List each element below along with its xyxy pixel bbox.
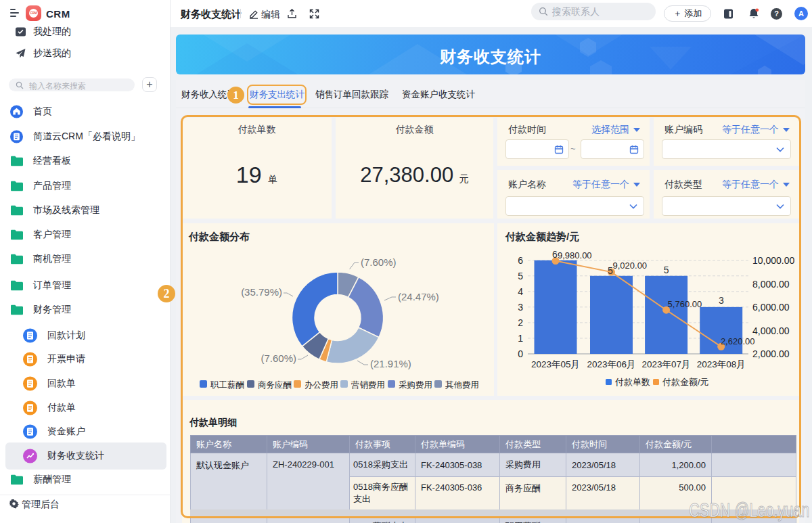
svg-text:5,760.00: 5,760.00 [668, 299, 702, 309]
svg-text:5: 5 [518, 271, 523, 281]
svg-text:2: 2 [518, 317, 523, 328]
svg-text:职工薪酬: 职工薪酬 [210, 380, 244, 390]
svg-text:采购费用: 采购费用 [399, 380, 432, 390]
svg-text:(35.79%): (35.79%) [241, 286, 282, 298]
svg-text:9,020.00: 9,020.00 [613, 260, 648, 271]
svg-text:5: 5 [664, 265, 669, 275]
svg-text:4,000.00: 4,000.00 [752, 325, 790, 336]
svg-text:付款单数: 付款单数 [614, 377, 650, 387]
svg-text:10,000.00: 10,000.00 [752, 255, 794, 266]
svg-text:9,980.00: 9,980.00 [558, 250, 592, 260]
svg-text:2,000.00: 2,000.00 [752, 348, 790, 359]
svg-text:3: 3 [518, 302, 523, 313]
svg-text:付款金额/元: 付款金额/元 [662, 377, 709, 387]
svg-text:营销费用: 营销费用 [351, 380, 385, 390]
svg-text:2023年08月: 2023年08月 [697, 359, 746, 369]
svg-text:1: 1 [518, 333, 523, 344]
svg-text:2023年07月: 2023年07月 [642, 359, 691, 369]
svg-text:办公费用: 办公费用 [304, 380, 338, 390]
svg-text:(7.60%): (7.60%) [261, 353, 296, 364]
svg-text:(24.47%): (24.47%) [398, 291, 439, 302]
svg-text:2023年06月: 2023年06月 [587, 359, 635, 369]
svg-text:(7.60%): (7.60%) [361, 256, 397, 268]
svg-text:4: 4 [518, 286, 523, 297]
svg-text:2,620.00: 2,620.00 [721, 336, 755, 346]
svg-text:8,000.00: 8,000.00 [752, 279, 790, 290]
svg-text:6,000.00: 6,000.00 [752, 302, 790, 313]
svg-text:6: 6 [518, 255, 523, 266]
svg-text:6: 6 [552, 249, 558, 260]
svg-text:其他费用: 其他费用 [445, 380, 479, 390]
svg-text:3: 3 [719, 295, 724, 306]
svg-text:(21.91%): (21.91%) [370, 358, 411, 369]
svg-text:2023年05月: 2023年05月 [531, 359, 580, 369]
svg-text:0: 0 [518, 348, 523, 359]
svg-text:商务应酬: 商务应酬 [258, 380, 292, 390]
